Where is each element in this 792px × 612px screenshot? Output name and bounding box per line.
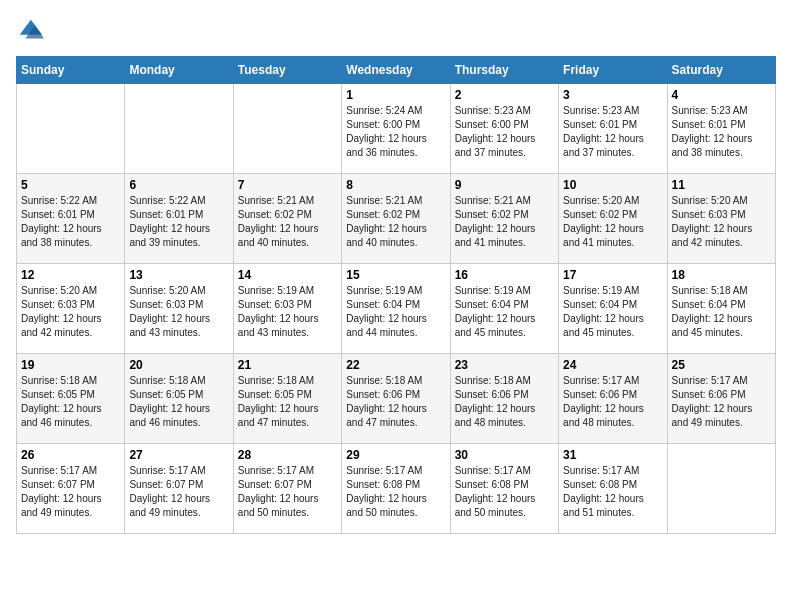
calendar-cell: 1 Sunrise: 5:24 AMSunset: 6:00 PMDayligh…	[342, 84, 450, 174]
calendar-cell: 10 Sunrise: 5:20 AMSunset: 6:02 PMDaylig…	[559, 174, 667, 264]
calendar-cell: 4 Sunrise: 5:23 AMSunset: 6:01 PMDayligh…	[667, 84, 775, 174]
calendar-header-friday: Friday	[559, 57, 667, 84]
calendar-cell: 8 Sunrise: 5:21 AMSunset: 6:02 PMDayligh…	[342, 174, 450, 264]
calendar-cell: 29 Sunrise: 5:17 AMSunset: 6:08 PMDaylig…	[342, 444, 450, 534]
day-number: 6	[129, 178, 228, 192]
day-number: 2	[455, 88, 554, 102]
day-number: 10	[563, 178, 662, 192]
calendar-cell: 5 Sunrise: 5:22 AMSunset: 6:01 PMDayligh…	[17, 174, 125, 264]
page-header	[16, 16, 776, 44]
day-info: Sunrise: 5:21 AMSunset: 6:02 PMDaylight:…	[346, 194, 445, 250]
calendar-cell: 20 Sunrise: 5:18 AMSunset: 6:05 PMDaylig…	[125, 354, 233, 444]
day-info: Sunrise: 5:21 AMSunset: 6:02 PMDaylight:…	[455, 194, 554, 250]
calendar-cell: 2 Sunrise: 5:23 AMSunset: 6:00 PMDayligh…	[450, 84, 558, 174]
day-info: Sunrise: 5:23 AMSunset: 6:00 PMDaylight:…	[455, 104, 554, 160]
calendar-cell: 17 Sunrise: 5:19 AMSunset: 6:04 PMDaylig…	[559, 264, 667, 354]
day-info: Sunrise: 5:17 AMSunset: 6:08 PMDaylight:…	[346, 464, 445, 520]
day-info: Sunrise: 5:17 AMSunset: 6:06 PMDaylight:…	[563, 374, 662, 430]
day-info: Sunrise: 5:17 AMSunset: 6:07 PMDaylight:…	[129, 464, 228, 520]
calendar-header-monday: Monday	[125, 57, 233, 84]
calendar-cell: 23 Sunrise: 5:18 AMSunset: 6:06 PMDaylig…	[450, 354, 558, 444]
day-info: Sunrise: 5:23 AMSunset: 6:01 PMDaylight:…	[563, 104, 662, 160]
calendar-cell: 14 Sunrise: 5:19 AMSunset: 6:03 PMDaylig…	[233, 264, 341, 354]
calendar-week-row: 19 Sunrise: 5:18 AMSunset: 6:05 PMDaylig…	[17, 354, 776, 444]
day-info: Sunrise: 5:17 AMSunset: 6:06 PMDaylight:…	[672, 374, 771, 430]
day-number: 27	[129, 448, 228, 462]
calendar-week-row: 12 Sunrise: 5:20 AMSunset: 6:03 PMDaylig…	[17, 264, 776, 354]
day-info: Sunrise: 5:17 AMSunset: 6:08 PMDaylight:…	[563, 464, 662, 520]
day-number: 21	[238, 358, 337, 372]
day-info: Sunrise: 5:17 AMSunset: 6:08 PMDaylight:…	[455, 464, 554, 520]
day-number: 13	[129, 268, 228, 282]
day-info: Sunrise: 5:19 AMSunset: 6:04 PMDaylight:…	[563, 284, 662, 340]
day-number: 17	[563, 268, 662, 282]
day-info: Sunrise: 5:18 AMSunset: 6:05 PMDaylight:…	[129, 374, 228, 430]
day-number: 11	[672, 178, 771, 192]
day-number: 28	[238, 448, 337, 462]
calendar-cell: 30 Sunrise: 5:17 AMSunset: 6:08 PMDaylig…	[450, 444, 558, 534]
calendar-cell: 13 Sunrise: 5:20 AMSunset: 6:03 PMDaylig…	[125, 264, 233, 354]
calendar-cell: 21 Sunrise: 5:18 AMSunset: 6:05 PMDaylig…	[233, 354, 341, 444]
day-number: 16	[455, 268, 554, 282]
calendar-cell: 16 Sunrise: 5:19 AMSunset: 6:04 PMDaylig…	[450, 264, 558, 354]
calendar-cell	[17, 84, 125, 174]
calendar-header-wednesday: Wednesday	[342, 57, 450, 84]
day-number: 26	[21, 448, 120, 462]
day-number: 7	[238, 178, 337, 192]
calendar-header-saturday: Saturday	[667, 57, 775, 84]
day-number: 12	[21, 268, 120, 282]
day-info: Sunrise: 5:20 AMSunset: 6:03 PMDaylight:…	[129, 284, 228, 340]
day-number: 15	[346, 268, 445, 282]
calendar-cell: 19 Sunrise: 5:18 AMSunset: 6:05 PMDaylig…	[17, 354, 125, 444]
day-number: 25	[672, 358, 771, 372]
day-info: Sunrise: 5:19 AMSunset: 6:04 PMDaylight:…	[455, 284, 554, 340]
calendar-cell: 7 Sunrise: 5:21 AMSunset: 6:02 PMDayligh…	[233, 174, 341, 264]
calendar-cell: 15 Sunrise: 5:19 AMSunset: 6:04 PMDaylig…	[342, 264, 450, 354]
calendar-cell	[667, 444, 775, 534]
day-number: 22	[346, 358, 445, 372]
calendar-cell	[233, 84, 341, 174]
day-info: Sunrise: 5:18 AMSunset: 6:06 PMDaylight:…	[346, 374, 445, 430]
day-number: 19	[21, 358, 120, 372]
calendar-week-row: 1 Sunrise: 5:24 AMSunset: 6:00 PMDayligh…	[17, 84, 776, 174]
day-number: 8	[346, 178, 445, 192]
day-number: 31	[563, 448, 662, 462]
calendar-week-row: 5 Sunrise: 5:22 AMSunset: 6:01 PMDayligh…	[17, 174, 776, 264]
calendar-cell: 9 Sunrise: 5:21 AMSunset: 6:02 PMDayligh…	[450, 174, 558, 264]
calendar-header-tuesday: Tuesday	[233, 57, 341, 84]
day-number: 4	[672, 88, 771, 102]
calendar-header-thursday: Thursday	[450, 57, 558, 84]
day-info: Sunrise: 5:21 AMSunset: 6:02 PMDaylight:…	[238, 194, 337, 250]
calendar-cell: 24 Sunrise: 5:17 AMSunset: 6:06 PMDaylig…	[559, 354, 667, 444]
day-info: Sunrise: 5:22 AMSunset: 6:01 PMDaylight:…	[129, 194, 228, 250]
day-info: Sunrise: 5:22 AMSunset: 6:01 PMDaylight:…	[21, 194, 120, 250]
calendar-cell: 31 Sunrise: 5:17 AMSunset: 6:08 PMDaylig…	[559, 444, 667, 534]
day-number: 24	[563, 358, 662, 372]
day-info: Sunrise: 5:20 AMSunset: 6:03 PMDaylight:…	[672, 194, 771, 250]
day-info: Sunrise: 5:23 AMSunset: 6:01 PMDaylight:…	[672, 104, 771, 160]
calendar-cell: 3 Sunrise: 5:23 AMSunset: 6:01 PMDayligh…	[559, 84, 667, 174]
calendar-cell	[125, 84, 233, 174]
day-info: Sunrise: 5:18 AMSunset: 6:04 PMDaylight:…	[672, 284, 771, 340]
day-info: Sunrise: 5:24 AMSunset: 6:00 PMDaylight:…	[346, 104, 445, 160]
calendar-header-row: SundayMondayTuesdayWednesdayThursdayFrid…	[17, 57, 776, 84]
calendar-cell: 28 Sunrise: 5:17 AMSunset: 6:07 PMDaylig…	[233, 444, 341, 534]
day-info: Sunrise: 5:20 AMSunset: 6:02 PMDaylight:…	[563, 194, 662, 250]
day-number: 14	[238, 268, 337, 282]
day-info: Sunrise: 5:17 AMSunset: 6:07 PMDaylight:…	[238, 464, 337, 520]
logo	[16, 16, 48, 44]
calendar-cell: 27 Sunrise: 5:17 AMSunset: 6:07 PMDaylig…	[125, 444, 233, 534]
day-info: Sunrise: 5:18 AMSunset: 6:06 PMDaylight:…	[455, 374, 554, 430]
day-number: 29	[346, 448, 445, 462]
calendar-cell: 12 Sunrise: 5:20 AMSunset: 6:03 PMDaylig…	[17, 264, 125, 354]
calendar-cell: 18 Sunrise: 5:18 AMSunset: 6:04 PMDaylig…	[667, 264, 775, 354]
calendar-cell: 25 Sunrise: 5:17 AMSunset: 6:06 PMDaylig…	[667, 354, 775, 444]
day-number: 23	[455, 358, 554, 372]
calendar-week-row: 26 Sunrise: 5:17 AMSunset: 6:07 PMDaylig…	[17, 444, 776, 534]
logo-icon	[16, 16, 44, 44]
calendar-cell: 22 Sunrise: 5:18 AMSunset: 6:06 PMDaylig…	[342, 354, 450, 444]
day-info: Sunrise: 5:17 AMSunset: 6:07 PMDaylight:…	[21, 464, 120, 520]
day-info: Sunrise: 5:20 AMSunset: 6:03 PMDaylight:…	[21, 284, 120, 340]
calendar-cell: 11 Sunrise: 5:20 AMSunset: 6:03 PMDaylig…	[667, 174, 775, 264]
day-info: Sunrise: 5:19 AMSunset: 6:04 PMDaylight:…	[346, 284, 445, 340]
